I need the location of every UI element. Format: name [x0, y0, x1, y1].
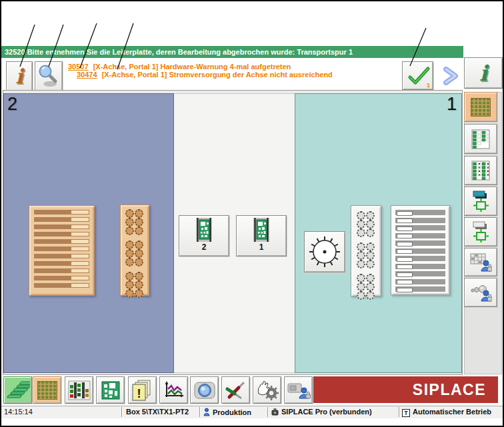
info-button[interactable]: i [6, 61, 33, 91]
feeder-slot-bar [34, 268, 89, 273]
rotary-unit-button[interactable] [304, 231, 345, 272]
machine-user-lock-icon [287, 380, 311, 400]
chevron-right-icon [440, 67, 460, 85]
exclamation-glyph: ! [137, 387, 141, 400]
feeder-tray-reels-empty[interactable] [351, 205, 381, 296]
reel-icon [135, 280, 143, 289]
reel-icon [357, 251, 365, 260]
feeder-bar-list [391, 210, 449, 292]
pcb-conveyor-icon [248, 218, 275, 242]
warning-row: 30474 [X-Achse, Portal 1] Stromversorgun… [77, 71, 333, 79]
status-separator [199, 407, 200, 417]
lane-label: 1 [259, 242, 264, 252]
feeder-tray-bars[interactable] [29, 205, 95, 296]
status-separator [399, 407, 399, 417]
layer-stack-icon [6, 380, 30, 401]
reel-icon [135, 209, 143, 218]
next-message-button[interactable] [440, 67, 460, 88]
warning-code-link[interactable]: 30474 [77, 71, 97, 79]
hand-gear-icon [255, 380, 279, 401]
toolbar-machine-permissions-button[interactable] [284, 376, 313, 404]
feeder-tray-reels[interactable] [120, 205, 149, 296]
status-mode: Produktion [203, 408, 251, 416]
toolbar-fill-levels-button[interactable] [65, 376, 93, 404]
status-operation-label: Automatischer Betrieb [413, 408, 491, 416]
warning-row: 30507 [X-Achse, Portal 1] Hardware-Warnu… [68, 63, 333, 71]
info-icon: i [479, 63, 487, 84]
toolbar-camera-button[interactable] [190, 376, 219, 404]
status-time: 14:15:14 [4, 408, 33, 416]
reel-icon [366, 251, 375, 260]
status-connection-label: SIPLACE Pro (verbunden) [281, 408, 372, 416]
toolbar-pcb-view-button[interactable] [96, 376, 125, 404]
block-crosshair-icon [470, 220, 491, 243]
reel-icon [135, 289, 143, 298]
status-mode-label: Produktion [213, 408, 251, 416]
sidebar-station-view-button[interactable] [464, 92, 497, 122]
diagnosis-button[interactable] [35, 61, 63, 91]
ack-count-badge: 1 [427, 82, 430, 89]
reel-icon [125, 218, 134, 226]
feeder-slot-bar [34, 224, 89, 229]
trend-chart-icon [163, 380, 185, 400]
sidebar-component-table-button[interactable] [464, 156, 497, 185]
transport-area: 2 1 [174, 93, 295, 373]
feeder-slot-bar [34, 239, 89, 244]
feeder-slot-bar [395, 248, 445, 254]
reel-icon [366, 291, 375, 300]
reel-icon [135, 258, 143, 266]
station-grid-icon [471, 98, 491, 117]
station-grid-icon [37, 381, 57, 400]
reel-icon [357, 228, 365, 237]
toolbar-service-button[interactable] [221, 376, 250, 404]
reel-icon [135, 272, 143, 280]
warning-pages-icon: ! [131, 380, 154, 401]
toolbar-trend-button[interactable] [159, 376, 188, 404]
feeder-slot-bar [34, 276, 89, 280]
reel-icon [366, 260, 375, 268]
sidebar-pcb-component-button[interactable] [464, 187, 497, 216]
reel-group [125, 209, 144, 235]
transport-lane-2-button[interactable]: 2 [179, 215, 229, 256]
feeder-slot-bar [34, 254, 89, 258]
toolbar-station-view-button[interactable] [33, 376, 61, 404]
pcb-conveyor-icon [191, 218, 217, 242]
reel-group [357, 211, 375, 237]
feeder-slot-bar [395, 240, 445, 246]
reel-icon [125, 280, 134, 289]
pcb-icon [101, 380, 121, 400]
machine-layout-view: 2 2 [3, 90, 463, 375]
status-separator [121, 407, 122, 417]
status-operation: TAutomatischer Betrieb [402, 408, 491, 417]
feeder-slot-bar [395, 233, 445, 238]
sidebar-help-button[interactable]: i [464, 57, 503, 89]
info-icon: i [15, 67, 23, 87]
gantry-label: 2 [7, 95, 17, 113]
sidebar-feeder-permissions-button[interactable] [464, 278, 497, 307]
lane-label: 2 [202, 242, 207, 252]
sidebar-setup-table-button[interactable] [464, 124, 497, 154]
reel-icon [366, 282, 375, 291]
sidebar-block-component-button[interactable] [464, 217, 497, 246]
reel-icon [357, 260, 365, 268]
rotary-wheel-icon [307, 234, 342, 269]
transport-lane-1-button[interactable]: 1 [236, 215, 287, 256]
camera-icon [193, 380, 216, 400]
acknowledge-button[interactable]: 1 [402, 61, 433, 90]
reel-icon [366, 242, 375, 251]
warning-text: [X-Achse, Portal 1] Hardware-Warnung 4-m… [93, 63, 291, 71]
reel-icon [357, 274, 365, 282]
reel-icon [366, 228, 375, 237]
toolbar-messages-button[interactable]: ! [128, 376, 157, 404]
sidebar-table-permissions-button[interactable] [464, 248, 497, 276]
reel-icon [135, 218, 143, 226]
siplace-station-window: 32520 Bitte entnehmen Sie die Leiterplat… [0, 0, 504, 427]
toolbar-line-overview-button[interactable] [3, 376, 32, 404]
toolbar-manual-mode-button[interactable] [253, 376, 281, 404]
brand-area: SIPLACE [313, 376, 498, 403]
warning-code-link[interactable]: 30507 [68, 63, 89, 71]
feeder-tray-bars-empty[interactable] [391, 205, 450, 295]
reel-icon [357, 242, 365, 251]
feeder-slot-bar [395, 264, 445, 269]
feeder-user-lock-icon [469, 282, 492, 302]
